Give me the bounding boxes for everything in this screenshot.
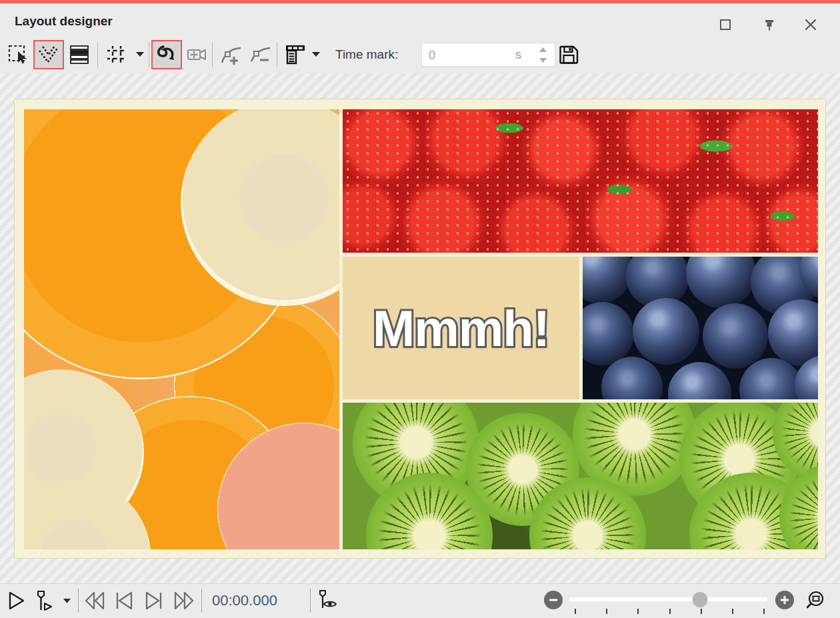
transport-bar: 00:00.000 — [0, 583, 840, 618]
slider-tick — [637, 609, 639, 614]
timetable-tool-button[interactable] — [280, 40, 311, 69]
minus-icon — [549, 595, 558, 605]
toolbar-separator — [97, 42, 98, 67]
fast-forward-button[interactable] — [171, 587, 197, 614]
workspace-background: Mmmh! Mmmh! — [0, 73, 840, 583]
select-tool-button[interactable] — [3, 40, 33, 69]
slider-tick — [732, 609, 733, 614]
zoom-fit-button[interactable] — [803, 587, 829, 614]
time-display: 00:00.000 — [212, 587, 277, 614]
spinner-up-icon — [539, 47, 547, 52]
time-mark-unit: s — [515, 48, 521, 62]
skip-start-icon — [113, 591, 135, 611]
berry-shape — [633, 298, 699, 365]
image-blueberries[interactable] — [583, 257, 818, 399]
select-icon — [7, 43, 29, 66]
image-citrus-slices[interactable] — [24, 109, 339, 549]
skip-to-end-button[interactable] — [141, 587, 167, 614]
time-mark-label: Time mark: — [335, 40, 398, 69]
play-from-marker-icon — [33, 589, 55, 612]
image-strawberries[interactable] — [343, 109, 818, 253]
floppy-disk-icon — [558, 44, 579, 65]
dotted-path-icon — [37, 43, 61, 66]
berry-shape — [686, 257, 756, 308]
zoom-out-button[interactable] — [544, 591, 563, 609]
slider-tick — [669, 609, 671, 614]
camera-pan-tool-button[interactable] — [183, 40, 213, 69]
zoom-slider-track[interactable] — [569, 597, 768, 602]
grid-icon — [105, 43, 129, 66]
marker-visibility-button[interactable] — [315, 587, 341, 614]
toolbar: Time mark: s — [0, 40, 840, 73]
zoom-slider-handle[interactable] — [693, 592, 707, 607]
time-mark-input[interactable] — [427, 46, 510, 65]
chevron-down-icon — [136, 52, 144, 57]
add-point-icon — [219, 43, 243, 66]
text-fill: Mmmh! — [343, 257, 579, 399]
plus-icon — [780, 595, 789, 605]
close-icon — [804, 18, 817, 31]
berry-shape — [668, 362, 731, 399]
window-title: Layout designer — [15, 14, 113, 29]
time-mark-spinner — [536, 45, 549, 65]
layers-tool-button[interactable] — [64, 40, 95, 69]
close-button[interactable] — [800, 14, 821, 35]
toolbar-separator — [212, 42, 213, 67]
motion-path-tool-button[interactable] — [151, 40, 182, 69]
text-block[interactable]: Mmmh! Mmmh! — [343, 257, 579, 399]
spinner-down-icon — [539, 58, 547, 63]
slider-tick — [763, 609, 765, 614]
chevron-down-icon — [312, 52, 320, 57]
camera-icon — [186, 43, 210, 66]
grid-dropdown-button[interactable] — [133, 40, 147, 69]
pin-button[interactable] — [759, 14, 780, 35]
berry-shape — [583, 257, 633, 303]
maximize-icon — [719, 18, 732, 31]
skip-end-icon — [143, 591, 165, 611]
toolbar-separator — [277, 42, 277, 67]
time-mark-field: s — [421, 43, 555, 67]
slider-tick — [606, 609, 607, 614]
play-from-marker-button[interactable] — [31, 587, 57, 614]
grid-tool-button[interactable] — [101, 40, 132, 69]
layers-icon — [68, 43, 91, 66]
edit-motion-path-tool-button[interactable] — [33, 40, 64, 69]
spinner-down-button[interactable] — [536, 55, 549, 65]
pin-icon — [762, 17, 777, 32]
berry-shape — [703, 303, 768, 369]
marker-eye-icon — [316, 589, 340, 612]
skip-to-start-button[interactable] — [111, 587, 137, 614]
timetable-dropdown-button[interactable] — [309, 40, 323, 69]
text-block-content: Mmmh! Mmmh! — [343, 257, 579, 399]
fast-forward-icon — [173, 591, 195, 611]
maximize-button[interactable] — [715, 14, 736, 35]
zoom-fit-icon — [805, 589, 827, 612]
image-kiwi-slices[interactable] — [343, 403, 818, 549]
play-options-dropdown-button[interactable] — [60, 587, 73, 614]
transport-separator — [78, 589, 79, 613]
rewind-icon — [83, 591, 106, 611]
remove-path-point-button[interactable] — [245, 40, 276, 69]
curve-path-icon — [155, 43, 178, 66]
transport-separator — [310, 589, 311, 613]
zoom-in-button[interactable] — [775, 591, 794, 609]
play-button[interactable] — [3, 587, 29, 614]
slider-tick — [701, 609, 702, 614]
chevron-down-icon — [63, 599, 71, 603]
add-path-point-button[interactable] — [216, 40, 247, 69]
title-bar: Layout designer — [0, 3, 840, 40]
save-time-mark-button[interactable] — [555, 40, 583, 69]
slide-canvas[interactable]: Mmmh! Mmmh! — [14, 99, 826, 559]
berry-shape — [583, 302, 634, 365]
slider-tick — [575, 609, 576, 614]
rewind-button[interactable] — [81, 587, 108, 614]
timetable-icon — [283, 43, 307, 67]
transport-separator — [201, 589, 202, 613]
play-icon — [5, 590, 27, 611]
toolbar-separator — [149, 42, 149, 67]
spinner-up-button[interactable] — [536, 45, 549, 54]
remove-point-icon — [249, 43, 273, 66]
